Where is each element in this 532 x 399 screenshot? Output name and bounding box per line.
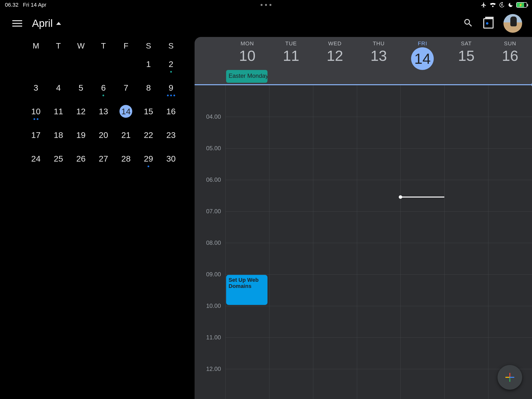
account-avatar[interactable] bbox=[503, 14, 522, 33]
week-day-number: 14 bbox=[411, 47, 434, 70]
mini-day[interactable]: 14 bbox=[115, 105, 137, 118]
month-label: April bbox=[32, 17, 53, 29]
all-day-row: Easter Monday bbox=[225, 70, 532, 84]
time-label: 12.00 bbox=[206, 366, 221, 372]
week-day-number: 10 bbox=[239, 47, 256, 64]
mini-day bbox=[25, 57, 47, 71]
mini-day[interactable]: 21 bbox=[115, 128, 137, 142]
mini-day[interactable]: 4 bbox=[47, 81, 69, 94]
multitask-dots-icon[interactable] bbox=[261, 4, 271, 6]
search-icon bbox=[463, 18, 473, 28]
mini-weekday: T bbox=[47, 41, 69, 50]
mini-day[interactable]: 30 bbox=[160, 152, 182, 165]
mini-day[interactable]: 2 bbox=[160, 57, 182, 71]
status-icons: ⚡ bbox=[481, 2, 527, 8]
mini-day[interactable]: 10 bbox=[25, 105, 47, 118]
chevron-up-icon bbox=[56, 22, 61, 25]
mini-day bbox=[70, 57, 92, 71]
mini-day[interactable]: 17 bbox=[25, 128, 47, 142]
app-header: April bbox=[0, 10, 532, 37]
today-button[interactable] bbox=[483, 18, 494, 29]
mini-day[interactable]: 23 bbox=[160, 128, 182, 142]
mini-day[interactable]: 25 bbox=[47, 152, 69, 165]
mini-day bbox=[92, 57, 115, 71]
week-view[interactable]: MON10TUE11WED12THU13FRI14SAT15SUN16Easte… bbox=[195, 37, 532, 399]
status-time: 06.32 bbox=[5, 2, 18, 8]
week-day-number: 16 bbox=[502, 47, 518, 64]
mini-day[interactable]: 15 bbox=[137, 105, 160, 118]
moon-icon bbox=[508, 2, 513, 8]
mini-day[interactable]: 11 bbox=[47, 105, 69, 118]
time-label: 06.00 bbox=[206, 176, 221, 183]
wifi-icon bbox=[490, 2, 496, 8]
menu-button[interactable] bbox=[12, 20, 22, 27]
mini-day[interactable]: 29 bbox=[137, 152, 160, 165]
mini-weekday: T bbox=[92, 41, 115, 50]
week-day-number: 15 bbox=[458, 47, 475, 64]
status-bar: 06.32 Fri 14 Apr ⚡ bbox=[0, 0, 532, 10]
mini-weekday: M bbox=[25, 41, 47, 50]
svg-rect-4 bbox=[509, 377, 510, 378]
mini-weekday: S bbox=[137, 41, 160, 50]
time-label: 07.00 bbox=[206, 208, 221, 215]
week-day-number: 11 bbox=[283, 47, 299, 64]
mini-day[interactable]: 12 bbox=[70, 105, 92, 118]
calendar-event[interactable]: Set Up Web Domains bbox=[226, 275, 267, 305]
week-day-abbr: TUE bbox=[285, 40, 297, 47]
mini-day[interactable]: 13 bbox=[92, 105, 115, 118]
mini-weekday: S bbox=[160, 41, 182, 50]
time-label: 04.00 bbox=[206, 113, 221, 120]
mini-weekday: W bbox=[70, 41, 92, 50]
mini-day[interactable]: 26 bbox=[70, 152, 92, 165]
mini-day[interactable]: 27 bbox=[92, 152, 115, 165]
mini-day[interactable]: 24 bbox=[25, 152, 47, 165]
mini-day[interactable]: 9 bbox=[160, 81, 182, 94]
rotation-lock-icon bbox=[499, 2, 505, 8]
all-day-event[interactable]: Easter Monday bbox=[226, 70, 267, 83]
mini-weekday: F bbox=[115, 41, 137, 50]
month-picker[interactable]: April bbox=[32, 17, 61, 29]
mini-day[interactable]: 6 bbox=[92, 81, 115, 94]
status-date: Fri 14 Apr bbox=[23, 2, 46, 8]
week-day-abbr: THU bbox=[373, 40, 384, 47]
svg-rect-3 bbox=[505, 377, 509, 378]
week-day-number: 12 bbox=[327, 47, 343, 64]
airplane-icon bbox=[481, 2, 487, 8]
time-label: 08.00 bbox=[206, 239, 221, 246]
mini-day[interactable]: 20 bbox=[92, 128, 115, 142]
week-grid[interactable]: 04.0005.0006.0007.0008.0009.0010.0011.00… bbox=[195, 85, 532, 399]
mini-day[interactable]: 19 bbox=[70, 128, 92, 142]
mini-day[interactable]: 16 bbox=[160, 105, 182, 118]
mini-day[interactable]: 22 bbox=[137, 128, 160, 142]
mini-day[interactable]: 28 bbox=[115, 152, 137, 165]
time-label: 05.00 bbox=[206, 145, 221, 152]
time-label: 10.00 bbox=[206, 302, 221, 309]
week-day-abbr: SAT bbox=[461, 40, 472, 47]
mini-day bbox=[47, 57, 69, 71]
time-label: 11.00 bbox=[206, 334, 221, 341]
mini-day[interactable]: 7 bbox=[115, 81, 137, 94]
time-label: 09.00 bbox=[206, 271, 221, 278]
mini-day[interactable]: 1 bbox=[137, 57, 160, 71]
svg-rect-0 bbox=[509, 373, 510, 377]
calendar-today-icon bbox=[483, 18, 494, 29]
mini-day[interactable]: 8 bbox=[137, 81, 160, 94]
week-day-abbr: MON bbox=[241, 40, 254, 47]
mini-calendar[interactable]: MTWTFSS 12345678910111213141516171819202… bbox=[0, 37, 195, 399]
week-day-abbr: SUN bbox=[504, 40, 516, 47]
mini-day[interactable]: 3 bbox=[25, 81, 47, 94]
week-header: MON10TUE11WED12THU13FRI14SAT15SUN16Easte… bbox=[195, 37, 532, 85]
search-button[interactable] bbox=[463, 18, 473, 29]
week-day-number: 13 bbox=[370, 47, 387, 64]
create-event-fab[interactable] bbox=[498, 365, 522, 390]
mini-day[interactable]: 5 bbox=[70, 81, 92, 94]
svg-rect-2 bbox=[509, 378, 510, 382]
svg-rect-1 bbox=[510, 377, 514, 378]
week-day-abbr: FRI bbox=[418, 40, 427, 47]
current-time-indicator bbox=[400, 197, 444, 198]
plus-icon bbox=[504, 371, 516, 383]
battery-icon: ⚡ bbox=[516, 2, 527, 8]
mini-day bbox=[115, 57, 137, 71]
mini-day[interactable]: 18 bbox=[47, 128, 69, 142]
week-day-abbr: WED bbox=[328, 40, 341, 47]
